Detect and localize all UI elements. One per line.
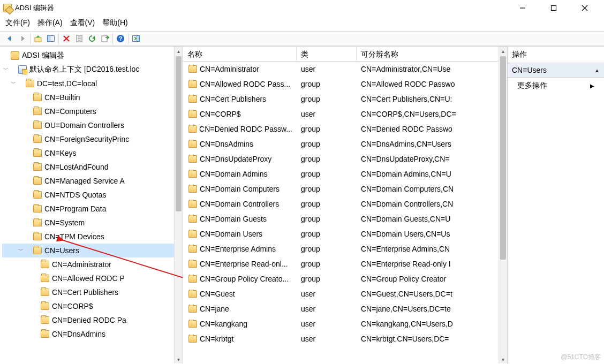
- tree-label: OU=Domain Controllers: [44, 121, 124, 130]
- actions-more[interactable]: 更多操作 ▶: [508, 78, 604, 94]
- column-header-class[interactable]: 类: [297, 47, 357, 61]
- list-row[interactable]: CN=janeuserCN=jane,CN=Users,DC=te: [183, 301, 499, 316]
- cell-dn: CN=kangkang,CN=Users,D: [357, 320, 499, 328]
- cell-name: CN=DnsAdmins: [200, 140, 253, 148]
- tree-node[interactable]: CN=Keys: [2, 146, 174, 160]
- cell-class: user: [297, 335, 357, 343]
- list-row[interactable]: CN=Domain ComputersgroupCN=Domain Comput…: [183, 181, 499, 196]
- scroll-thumb[interactable]: [176, 56, 182, 211]
- list-body[interactable]: CN=AdministratoruserCN=Administrator,CN=…: [183, 62, 499, 346]
- scroll-up-icon[interactable]: ▴: [499, 47, 507, 55]
- refresh-button[interactable]: [87, 33, 97, 44]
- tree-node[interactable]: CN=TPM Devices: [2, 230, 174, 244]
- tree-scrollbar[interactable]: ▴ ▾: [174, 47, 183, 363]
- cell-dn: CN=Cert Publishers,CN=U:: [357, 95, 499, 103]
- maximize-button[interactable]: [543, 2, 564, 14]
- close-button[interactable]: [574, 2, 595, 14]
- tree-node[interactable]: CN=Denied RODC Pa: [2, 313, 174, 327]
- back-button[interactable]: [4, 33, 15, 44]
- tree-node[interactable]: OU=Domain Controllers: [2, 118, 174, 132]
- column-header-name[interactable]: 名称: [183, 47, 297, 61]
- folder-icon: [188, 185, 197, 193]
- show-actions-pane-button[interactable]: [131, 33, 141, 44]
- list-row[interactable]: CN=Domain GuestsgroupCN=Domain Guests,CN…: [183, 211, 499, 226]
- app-icon: [3, 4, 12, 12]
- properties-button[interactable]: [74, 33, 85, 44]
- list-row[interactable]: CN=krbtgtuserCN=krbtgt,CN=Users,DC=: [183, 331, 499, 346]
- list-row[interactable]: CN=kangkanguserCN=kangkang,CN=Users,D: [183, 316, 499, 331]
- list-row[interactable]: CN=Cert PublishersgroupCN=Cert Publisher…: [183, 92, 499, 107]
- menu-action[interactable]: 操作(A): [37, 18, 63, 28]
- tree-node[interactable]: CN=Program Data: [2, 202, 174, 216]
- list-row[interactable]: CN=Group Policy Creato...groupCN=Group P…: [183, 271, 499, 286]
- tree-users-node[interactable]: ﹀ CN=Users: [2, 244, 174, 257]
- folder-icon: [188, 170, 197, 178]
- minimize-button[interactable]: [512, 2, 533, 14]
- menu-file[interactable]: 文件(F): [5, 18, 30, 28]
- expand-toggle[interactable]: ﹀: [17, 247, 25, 254]
- tree-dc-node[interactable]: ﹀ DC=test,DC=local: [2, 77, 174, 90]
- cell-dn: CN=Domain Controllers,CN: [357, 200, 499, 208]
- scroll-thumb[interactable]: [500, 56, 506, 260]
- tree-node[interactable]: CN=System: [2, 216, 174, 230]
- tree-node[interactable]: CN=NTDS Quotas: [2, 188, 174, 202]
- tree-node[interactable]: CN=ForeignSecurityPrinc: [2, 132, 174, 146]
- cell-dn: CN=Allowed RODC Passwo: [357, 80, 499, 88]
- forward-button[interactable]: [17, 33, 28, 44]
- tree-node[interactable]: CN=LostAndFound: [2, 160, 174, 174]
- scroll-up-icon[interactable]: ▴: [175, 47, 183, 55]
- tree-node[interactable]: CN=Cert Publishers: [2, 285, 174, 299]
- tree-node[interactable]: CN=Computers: [2, 104, 174, 118]
- tree-label: CN=Denied RODC Pa: [52, 316, 126, 324]
- tree-node[interactable]: CN=Builtin: [2, 90, 174, 104]
- folder-icon: [188, 230, 197, 238]
- tree-node[interactable]: CN=Allowed RODC P: [2, 271, 174, 285]
- cell-name: CN=Group Policy Creato...: [200, 275, 289, 283]
- list-scrollbar[interactable]: ▴ ▾: [499, 47, 507, 363]
- list-row[interactable]: CN=Domain AdminsgroupCN=Domain Admins,CN…: [183, 166, 499, 181]
- export-button[interactable]: [100, 33, 110, 44]
- show-hide-tree-button[interactable]: [46, 33, 56, 44]
- list-row[interactable]: CN=AdministratoruserCN=Administrator,CN=…: [183, 62, 499, 77]
- tree-label: DC=test,DC=local: [37, 79, 97, 88]
- folder-icon: [33, 247, 42, 254]
- scroll-down-icon[interactable]: ▾: [175, 355, 183, 363]
- tree-node[interactable]: CN=CORP$: [2, 299, 174, 313]
- list-row[interactable]: CN=Allowed RODC Pass...groupCN=Allowed R…: [183, 77, 499, 92]
- menu-view[interactable]: 查看(V): [70, 18, 95, 28]
- delete-button[interactable]: [61, 33, 72, 44]
- cell-class: user: [297, 320, 357, 328]
- list-row[interactable]: CN=Enterprise Read-onl...groupCN=Enterpr…: [183, 256, 499, 271]
- up-button[interactable]: [33, 33, 43, 44]
- cell-dn: CN=Domain Users,CN=Us: [357, 230, 499, 238]
- tree-node[interactable]: CN=DnsAdmins: [2, 327, 174, 341]
- folder-icon: [41, 302, 49, 310]
- list-row[interactable]: CN=CORP$userCN=CORP$,CN=Users,DC=: [183, 107, 499, 122]
- expand-toggle[interactable]: ﹀: [2, 66, 10, 73]
- folder-icon: [33, 191, 42, 199]
- tree-node[interactable]: CN=Administrator: [2, 257, 174, 271]
- tree[interactable]: ADSI 编辑器 ﹀ 默认命名上下文 [DC2016.test.loc ﹀ DC…: [0, 47, 174, 343]
- actions-group-label: CN=Users: [512, 66, 547, 74]
- scroll-down-icon[interactable]: ▾: [499, 355, 507, 363]
- actions-group-title[interactable]: CN=Users ▲: [508, 63, 604, 78]
- cell-name: CN=Domain Guests: [200, 215, 267, 223]
- folder-icon: [33, 177, 42, 185]
- tree-naming-context[interactable]: ﹀ 默认命名上下文 [DC2016.test.loc: [2, 63, 174, 77]
- tree-node[interactable]: CN=Managed Service A: [2, 174, 174, 188]
- cell-name: CN=Domain Controllers: [200, 200, 279, 208]
- list-row[interactable]: CN=DnsAdminsgroupCN=DnsAdmins,CN=Users: [183, 136, 499, 151]
- list-row[interactable]: CN=Domain UsersgroupCN=Domain Users,CN=U…: [183, 226, 499, 241]
- menu-help[interactable]: 帮助(H): [102, 18, 127, 28]
- list-row[interactable]: CN=GuestuserCN=Guest,CN=Users,DC=t: [183, 286, 499, 301]
- list-row[interactable]: CN=Domain ControllersgroupCN=Domain Cont…: [183, 196, 499, 211]
- column-header-dn[interactable]: 可分辨名称: [357, 47, 507, 61]
- list-row[interactable]: CN=Enterprise AdminsgroupCN=Enterprise A…: [183, 241, 499, 256]
- list-row[interactable]: CN=Denied RODC Passw...groupCN=Denied RO…: [183, 122, 499, 136]
- help-button[interactable]: ?: [115, 33, 126, 44]
- tree-root[interactable]: ADSI 编辑器: [2, 49, 174, 63]
- tree-label: CN=Users: [44, 246, 79, 255]
- list-row[interactable]: CN=DnsUpdateProxygroupCN=DnsUpdateProxy,…: [183, 151, 499, 166]
- expand-toggle[interactable]: ﹀: [10, 80, 17, 87]
- cell-class: user: [297, 305, 357, 313]
